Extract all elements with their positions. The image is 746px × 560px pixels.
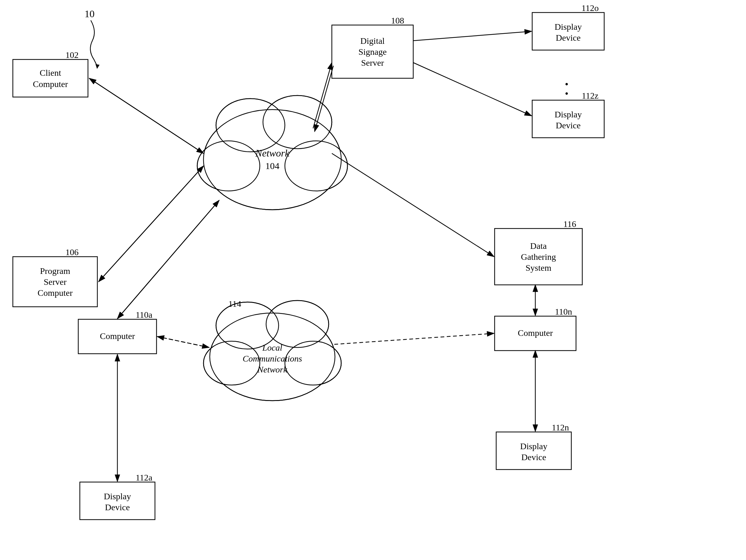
svg-point-13 (264, 97, 330, 147)
data-gathering-label2: Gathering (521, 252, 556, 262)
svg-point-11 (286, 142, 346, 189)
network-ref: 104 (265, 160, 280, 171)
client-computer-ref: 102 (65, 50, 79, 60)
ref-10-line (90, 20, 97, 66)
digital-to-display-z-arrow (413, 63, 532, 116)
digital-signage-label1: Digital (360, 36, 385, 46)
data-gathering-label1: Data (530, 241, 547, 251)
display-device-a-label2: Device (105, 502, 130, 512)
display-device-n-ref: 112n (552, 422, 569, 432)
display-device-a-label1: Display (104, 492, 131, 501)
program-server-label1: Program (40, 266, 70, 276)
display-device-z-label2: Device (556, 120, 580, 130)
display-device-z-label1: Display (554, 110, 582, 119)
data-gathering-ref: 116 (564, 219, 576, 229)
display-device-z-ref: 112z (582, 91, 598, 100)
program-server-ref: 106 (65, 247, 79, 257)
computer-n-ref: 110n (555, 307, 572, 317)
local-net-label3: Network (257, 365, 287, 374)
display-device-o-label2: Device (556, 33, 580, 42)
computer-n-label: Computer (518, 328, 553, 338)
client-computer-label1: Client (40, 68, 61, 78)
program-to-net-arrow (98, 166, 203, 282)
digital-signage-ref: 108 (391, 16, 404, 25)
local-net-label1: Local (262, 343, 282, 352)
local-net-label2: Communications (242, 354, 302, 363)
ref-10: 10 (85, 8, 94, 20)
computer-a-label: Computer (100, 331, 135, 341)
network-label: Network (255, 147, 290, 159)
client-to-net-arrow (89, 78, 203, 153)
computer-a-ref: 110a (136, 310, 152, 320)
digital-signage-label2: Signage (358, 47, 386, 57)
local-net-ref: 114 (229, 299, 241, 308)
display-device-n-label1: Display (520, 441, 547, 451)
display-device-n-label2: Device (521, 452, 546, 462)
network-cloud: Network 104 (197, 95, 347, 210)
ref-10-arrow (95, 64, 99, 69)
digital-signage-label3: Server (361, 58, 384, 68)
net-to-data-arrow (332, 153, 494, 257)
data-gathering-label3: System (526, 263, 552, 273)
display-device-a-ref: 112a (136, 473, 152, 482)
program-server-label2: Server (44, 277, 67, 287)
digital-to-display-o-arrow (413, 31, 532, 41)
program-server-label3: Computer (37, 288, 73, 298)
client-computer-label2: Computer (33, 79, 68, 89)
local-to-computer-n-dashed (334, 333, 494, 344)
display-device-o-ref: 112o (582, 3, 599, 13)
svg-point-28 (268, 302, 327, 346)
display-device-o-label1: Display (554, 22, 582, 32)
client-computer-box (13, 59, 88, 97)
dots-2: • (565, 88, 568, 99)
local-to-computer-a-dashed (157, 336, 209, 348)
net-to-computer-a-arrow (117, 200, 219, 319)
local-network-cloud: Local Communications Network 114 (203, 299, 341, 401)
